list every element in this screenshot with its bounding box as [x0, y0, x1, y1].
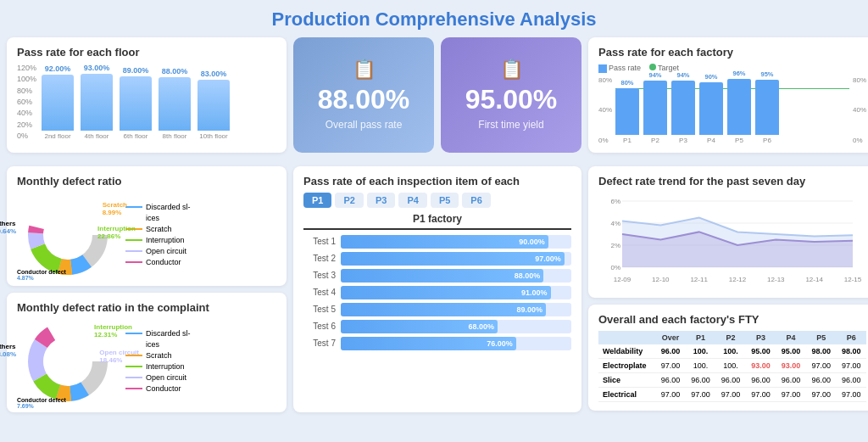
factory-bar-group: 96% P5: [727, 70, 751, 143]
floor-bar: [120, 76, 152, 131]
inspection-bar-row: Test 6 68.00%: [303, 320, 571, 333]
svg-text:12-12: 12-12: [729, 276, 747, 283]
svg-text:0%: 0%: [610, 264, 620, 271]
fty-header: P1: [686, 331, 716, 344]
fty-header: P3: [746, 331, 776, 344]
svg-text:6%: 6%: [610, 198, 620, 205]
fty-title: Overall and each factory's FTY: [598, 313, 866, 326]
factory-y-right: 80% 40% 0%: [851, 76, 866, 144]
factory-bar: [699, 82, 723, 134]
trend-svg: 0%2%4%6%12-0912-1012-1112-1212-1312-1412…: [598, 193, 866, 286]
fty-header: [598, 331, 655, 344]
tab-P5[interactable]: P5: [431, 193, 459, 208]
factory-bar-group: 90% P4: [699, 73, 723, 143]
factory-chart-card: Pass rate for each factory Pass rate Tar…: [588, 37, 868, 153]
tab-P6[interactable]: P6: [462, 193, 490, 208]
insp-bar-inner: 97.00%: [341, 252, 565, 266]
tab-P1[interactable]: P1: [303, 193, 331, 208]
legend-open-2: Open circuit: [125, 373, 191, 382]
table-row: Weldability96.00100.100.95.0095.0098.009…: [598, 344, 866, 359]
insp-bar-outer: 68.00%: [341, 320, 571, 333]
fty-header: P4: [776, 331, 806, 344]
floor-bar: [198, 80, 230, 131]
insp-bar-outer: 88.00%: [341, 269, 571, 283]
floor-bar-group: 83.00% 10th floor: [198, 70, 230, 140]
inspection-bars: Test 1 90.00% Test 2 97.00% Test 3 88.00…: [303, 235, 571, 350]
pass-rate-legend-sq: [598, 64, 607, 73]
fty-card: 📋 95.00% First time yield: [441, 37, 581, 153]
floor-chart-title: Pass rate for each floor: [17, 46, 276, 59]
right-panel: Defect rate trend for the past seven day…: [588, 166, 868, 412]
table-row: Electroplate97.00100.100.93.0093.0097.00…: [598, 358, 866, 372]
insp-bar-inner: 68.00%: [341, 320, 498, 333]
table-row: Slice96.0096.0096.0096.0096.0096.0096.00: [598, 372, 866, 387]
svg-text:12-10: 12-10: [652, 276, 670, 283]
complaint-conductor-label: Conductor defect7.69%: [17, 397, 66, 409]
legend-discarded: Discarded sl-: [125, 203, 191, 211]
factory-bar-group: 94% P2: [643, 71, 667, 144]
trend-card: Defect rate trend for the past seven day…: [588, 166, 868, 298]
svg-text:12-15: 12-15: [844, 276, 862, 283]
complaint-open-label: Open circuit18.46%: [99, 349, 139, 364]
insp-bar-outer: 97.00%: [341, 252, 571, 266]
factory-chart-title: Pass rate for each factory: [598, 46, 866, 59]
insp-bar-outer: 76.00%: [341, 337, 571, 350]
complaint-defect-title: Monthly defect ratio in the complaint: [17, 301, 276, 314]
svg-text:12-14: 12-14: [805, 276, 823, 283]
legend-discarded-2: Discarded sl-: [125, 329, 191, 338]
factory-bar: [671, 81, 695, 135]
factory-bar-group: 80% P1: [615, 79, 639, 143]
pass-rate-label: Overall pass rate: [326, 119, 403, 131]
inspection-tabs[interactable]: P1P2P3P4P5P6: [303, 193, 571, 208]
tab-P3[interactable]: P3: [367, 193, 395, 208]
conductor-label: Conductor defect4.87%: [17, 269, 66, 281]
legend-conductor-2: Conductor: [125, 384, 191, 393]
legend-conductor: Conductor: [125, 258, 191, 266]
inspection-bar-row: Test 3 88.00%: [303, 269, 571, 283]
floor-bar-group: 92.00% 2nd floor: [42, 64, 74, 140]
page-title: Production Comprehensive Analysis: [0, 0, 868, 37]
insp-bar-outer: 90.00%: [341, 235, 571, 249]
factory-bar: [727, 79, 751, 134]
insp-bar-inner: 91.00%: [341, 286, 551, 299]
insp-bar-inner: 76.00%: [341, 337, 516, 350]
fty-card-table: Overall and each factory's FTY OverP1P2P…: [588, 305, 868, 411]
defect-row: Others40.64% Conductor defect4.87% Scrat…: [17, 193, 276, 277]
inspection-bar-row: Test 5 89.00%: [303, 303, 571, 316]
floor-bar: [159, 77, 191, 131]
insp-bar-inner: 89.00%: [341, 303, 546, 316]
factory-bar: [755, 80, 779, 135]
inspection-title: Pass rate of each inspection item of eac…: [303, 175, 571, 187]
legend-interruption-2: Interruption: [125, 362, 191, 371]
metrics-container: 📋 88.00% Overall pass rate 📋 95.00% Firs…: [293, 37, 581, 153]
fty-header: Over: [655, 331, 686, 344]
tab-P2[interactable]: P2: [335, 193, 363, 208]
factory-bar: [643, 81, 667, 135]
factory-bar-group: 95% P6: [755, 70, 779, 144]
tab-P4[interactable]: P4: [398, 193, 426, 208]
floor-bar: [81, 74, 113, 131]
others-label: Others40.64%: [0, 220, 16, 235]
svg-text:12-09: 12-09: [614, 276, 632, 283]
floor-bar: [42, 75, 74, 131]
inspection-card: Pass rate of each inspection item of eac…: [293, 166, 581, 412]
factory-bar: [615, 88, 639, 134]
svg-text:2%: 2%: [610, 242, 620, 249]
target-legend-dot: [649, 64, 656, 70]
complaint-defect-row: Others43.08% Conductor defect7.69% Inter…: [17, 319, 276, 404]
monthly-defect-title: Monthly defect ratio: [17, 175, 276, 187]
floor-bar-group: 89.00% 6th floor: [120, 66, 152, 140]
floor-chart-card: Pass rate for each floor 120% 100% 80% 6…: [7, 37, 287, 153]
fty-header: P2: [715, 331, 746, 344]
fty-header: P6: [836, 331, 866, 344]
overall-pass-rate-card: 📋 88.00% Overall pass rate: [293, 37, 434, 153]
svg-text:12-13: 12-13: [767, 276, 785, 283]
inspection-bar-row: Test 4 91.00%: [303, 286, 571, 299]
pass-rate-icon: 📋: [353, 59, 376, 81]
factory-y-left: 80% 40% 0%: [598, 76, 614, 144]
svg-point-6: [51, 218, 85, 252]
fty-value: 95.00%: [465, 84, 558, 115]
insp-bar-inner: 90.00%: [341, 235, 548, 249]
complaint-others-label: Others43.08%: [0, 343, 16, 358]
insp-bar-inner: 88.00%: [341, 269, 543, 283]
